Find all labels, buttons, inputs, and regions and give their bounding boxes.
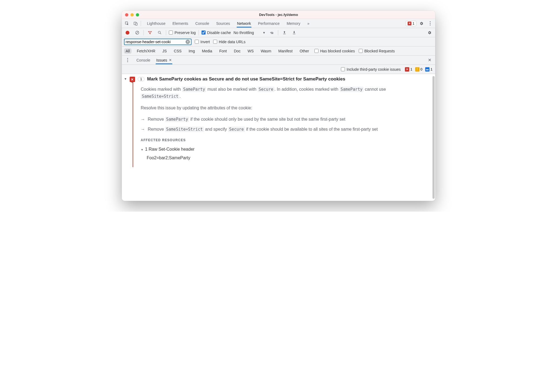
more-icon[interactable]: [427, 20, 434, 27]
clear-icon[interactable]: [134, 29, 141, 36]
close-tab-icon[interactable]: ✕: [169, 58, 172, 62]
arrow-icon: →: [141, 126, 145, 133]
svg-line-6: [160, 33, 161, 34]
error-count: 1: [412, 22, 414, 25]
svg-point-5: [158, 31, 160, 33]
drawer-tab-issues[interactable]: Issues ✕: [156, 56, 172, 64]
issue-error-icon: ✕: [130, 77, 135, 82]
chip-media[interactable]: Media: [200, 48, 214, 54]
chip-wasm[interactable]: Wasm: [259, 48, 273, 54]
issues-toolbar: Include third-party cookie issues ✕1 !0 …: [122, 65, 435, 74]
warning-icon: !: [415, 67, 420, 72]
include-third-party-checkbox[interactable]: Include third-party cookie issues: [341, 67, 401, 72]
blocked-requests-checkbox[interactable]: Blocked Requests: [359, 49, 395, 53]
main-tabbar: Lighthouse Elements Console Sources Netw…: [122, 19, 435, 28]
record-button[interactable]: [124, 29, 131, 36]
tab-lighthouse[interactable]: Lighthouse: [146, 20, 166, 27]
type-filter-bar: All Fetch/XHR JS CSS Img Media Font Doc …: [122, 46, 435, 56]
warning-count-badge[interactable]: !0: [415, 67, 422, 72]
chevron-down-icon: ▼: [263, 31, 266, 34]
invert-checkbox[interactable]: Invert: [195, 40, 210, 44]
cookie-value: Foo2=bar2;SameParty: [147, 154, 424, 161]
error-badge[interactable]: ✕ 1: [406, 21, 416, 26]
filter-input-wrapper: ✕: [124, 39, 192, 45]
tab-console[interactable]: Console: [195, 20, 210, 27]
disable-cache-checkbox[interactable]: Disable cache: [202, 31, 231, 35]
error-icon: ✕: [408, 22, 411, 25]
hide-data-urls-checkbox[interactable]: Hide data URLs: [213, 40, 246, 44]
info-count-badge[interactable]: ▬1: [425, 67, 432, 72]
info-icon: ▬: [425, 67, 430, 72]
tabs-overflow[interactable]: »: [307, 20, 310, 27]
issue-title: Mark SameParty cookies as Secure and do …: [147, 76, 345, 82]
issue-counts: ✕1 !0 ▬1: [405, 67, 432, 72]
close-drawer-icon[interactable]: ✕: [426, 57, 433, 64]
throttling-select[interactable]: No throttling ▼: [234, 31, 266, 35]
clear-filter-icon[interactable]: ✕: [186, 40, 190, 44]
titlebar: DevTools - jec.fyi/demo: [122, 11, 435, 19]
inspect-icon[interactable]: [123, 20, 130, 27]
network-conditions-icon[interactable]: [268, 29, 275, 36]
chip-manifest[interactable]: Manifest: [277, 48, 294, 54]
issues-body: ▼ ✕ 1 Mark SameParty cookies as Secure a…: [122, 74, 435, 201]
filter-bar: ✕ Invert Hide data URLs: [122, 37, 435, 46]
search-icon[interactable]: [156, 29, 163, 36]
chip-js[interactable]: JS: [161, 48, 168, 54]
affected-resources-heading: AFFECTED RESOURCES: [141, 138, 424, 143]
issue-resolve-text: Resolve this issue by updating the attri…: [141, 104, 424, 111]
tab-performance[interactable]: Performance: [257, 20, 280, 27]
issue-bullets: → Remove SameParty if the cookie should …: [141, 116, 424, 133]
settings-icon[interactable]: [418, 20, 425, 27]
svg-rect-8: [283, 34, 286, 34]
devtools-window: DevTools - jec.fyi/demo Lighthouse Eleme…: [122, 11, 435, 201]
issue-count: 1: [138, 77, 145, 81]
svg-rect-9: [293, 34, 295, 34]
expand-icon[interactable]: ▼: [124, 77, 127, 80]
chip-all[interactable]: All: [124, 48, 132, 54]
chip-font[interactable]: Font: [218, 48, 229, 54]
tab-memory[interactable]: Memory: [286, 20, 301, 27]
tab-network[interactable]: Network: [237, 20, 251, 27]
chip-doc[interactable]: Doc: [232, 48, 242, 54]
drawer-more-icon[interactable]: [124, 57, 131, 64]
bullet-1: → Remove SameParty if the cookie should …: [141, 116, 424, 123]
download-icon[interactable]: [291, 29, 298, 36]
chip-other[interactable]: Other: [298, 48, 311, 54]
tab-sources[interactable]: Sources: [216, 20, 230, 27]
drawer-tab-console[interactable]: Console: [136, 56, 151, 64]
chip-fetch-xhr[interactable]: Fetch/XHR: [135, 48, 157, 54]
error-count-badge[interactable]: ✕1: [405, 67, 412, 72]
bullet-2: → Remove SameSite=Strict and specify Sec…: [141, 126, 424, 133]
scrollbar[interactable]: [432, 76, 435, 199]
preserve-log-checkbox[interactable]: Preserve log: [169, 31, 196, 35]
error-icon: ✕: [405, 67, 409, 72]
svg-line-4: [136, 32, 138, 34]
upload-icon[interactable]: [281, 29, 288, 36]
issue-description: Cookies marked with SameParty must also …: [141, 86, 424, 100]
chip-img[interactable]: Img: [187, 48, 196, 54]
network-toolbar: Preserve log Disable cache No throttling…: [122, 28, 435, 37]
tab-elements[interactable]: Elements: [172, 20, 189, 27]
chip-css[interactable]: CSS: [172, 48, 183, 54]
drawer-tabbar: Console Issues ✕ ✕: [122, 56, 435, 65]
affected-resource-row[interactable]: ▼ 1 Raw Set-Cookie header: [141, 146, 424, 153]
arrow-icon: →: [141, 116, 145, 123]
filter-icon[interactable]: [146, 29, 153, 36]
issue-content: Cookies marked with SameParty must also …: [133, 82, 435, 167]
chip-ws[interactable]: WS: [246, 48, 256, 54]
device-toggle-icon[interactable]: [132, 20, 139, 27]
filter-input[interactable]: [126, 40, 186, 44]
issue-row[interactable]: ▼ ✕ 1 Mark SameParty cookies as Secure a…: [122, 74, 435, 82]
main-tabs: Lighthouse Elements Console Sources Netw…: [146, 20, 404, 27]
window-title: DevTools - jec.fyi/demo: [122, 13, 435, 17]
expand-icon[interactable]: ▼: [141, 148, 143, 152]
svg-point-7: [272, 33, 273, 34]
has-blocked-cookies-checkbox[interactable]: Has blocked cookies: [314, 49, 355, 53]
panel-settings-icon[interactable]: [426, 29, 433, 36]
svg-rect-2: [136, 23, 137, 25]
